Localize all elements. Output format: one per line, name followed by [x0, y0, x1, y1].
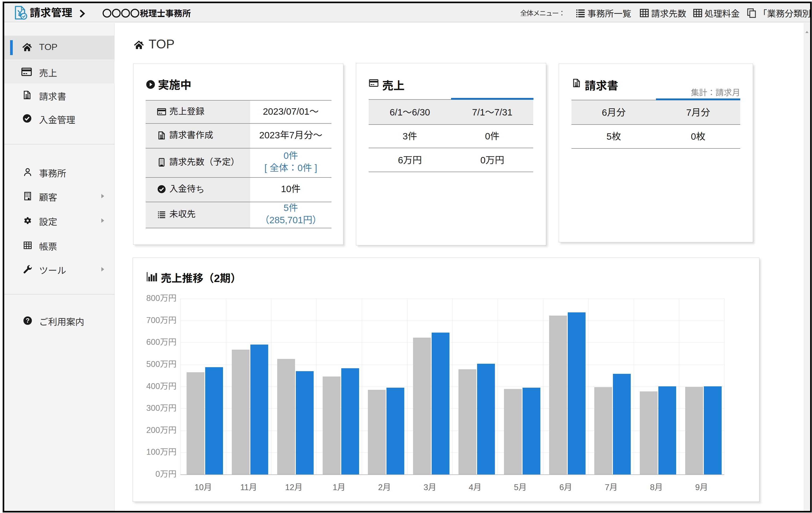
svg-text:?: ?: [26, 317, 30, 324]
